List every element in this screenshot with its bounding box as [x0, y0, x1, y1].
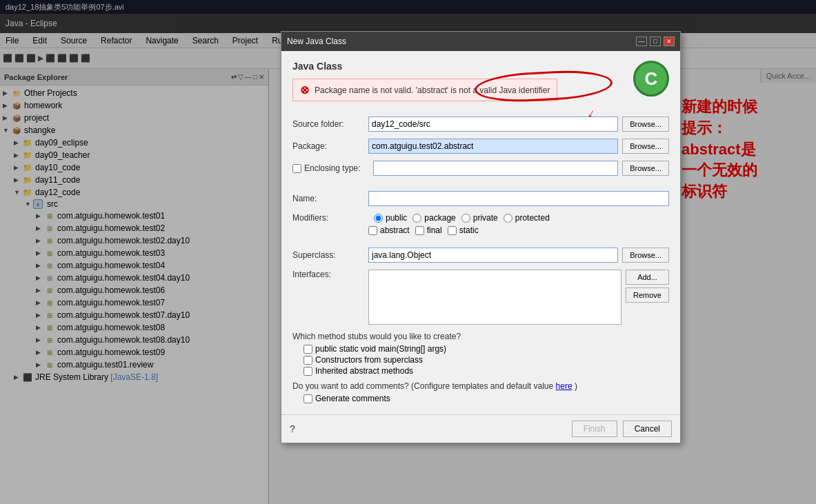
package-input[interactable]: [368, 139, 618, 154]
close-button[interactable]: ✕: [664, 37, 675, 46]
modifier-abstract-label: abstract: [380, 225, 410, 235]
stub-main-option: public static void main(String[] args): [292, 344, 669, 354]
modifiers-label: Modifiers:: [292, 213, 368, 223]
modifier-protected-label: protected: [515, 213, 550, 223]
stub-main-checkbox[interactable]: [303, 345, 312, 354]
dialog-content: Java Class ⊗ Package name is not valid. …: [281, 51, 680, 414]
source-folder-row: Source folder: Browse...: [292, 117, 669, 132]
dialog-section-title-container: Java Class ⊗ Package name is not valid. …: [292, 61, 557, 110]
interfaces-label: Interfaces:: [292, 270, 368, 279]
dialog-section-title: Java Class: [292, 61, 557, 72]
generate-comments-checkbox[interactable]: [303, 394, 312, 403]
modifier-public-option[interactable]: public: [374, 213, 407, 223]
maximize-button[interactable]: □: [650, 37, 661, 46]
name-label: Name:: [292, 194, 368, 203]
interfaces-remove-button[interactable]: Remove: [626, 288, 669, 303]
footer-buttons: Finish Cancel: [572, 421, 672, 437]
superclass-browse-button[interactable]: Browse...: [622, 248, 669, 263]
comments-here-link[interactable]: here: [556, 381, 573, 391]
finish-button[interactable]: Finish: [572, 421, 617, 437]
modifier-final-checkbox[interactable]: [415, 226, 424, 235]
interfaces-box: [368, 270, 621, 325]
stub-inherited-label: Inherited abstract methods: [315, 366, 413, 376]
name-row: Name:: [292, 191, 669, 206]
eclipse-logo: C: [633, 61, 669, 97]
superclass-label: Superclass:: [292, 250, 368, 260]
stub-inherited-checkbox[interactable]: [303, 367, 312, 376]
dialog-footer: ? Finish Cancel: [281, 414, 680, 443]
enclosing-type-row: Enclosing type: Browse...: [292, 161, 669, 176]
cancel-button[interactable]: Cancel: [623, 421, 672, 437]
modifier-protected-radio[interactable]: [504, 214, 513, 223]
stubs-section: Which method stubs would you like to cre…: [292, 332, 669, 376]
modifier-private-label: private: [473, 213, 498, 223]
modifier-protected-option[interactable]: protected: [504, 213, 550, 223]
error-icon: ⊗: [300, 83, 309, 97]
package-browse-button[interactable]: Browse...: [622, 139, 669, 154]
new-java-class-dialog: New Java Class — □ ✕ Java Class ⊗ Packag…: [281, 31, 681, 443]
name-input[interactable]: [368, 191, 669, 206]
generate-comments-label: Generate comments: [315, 394, 390, 403]
modifier-final-label: final: [427, 225, 442, 235]
generate-comments-option: Generate comments: [292, 394, 669, 403]
modifier-public-radio[interactable]: [374, 214, 383, 223]
modifier-final-option[interactable]: final: [415, 225, 442, 235]
modifier-static-option[interactable]: static: [448, 225, 479, 235]
stub-constructors-label: Constructors from superclass: [315, 355, 423, 365]
modifier-abstract-checkbox[interactable]: [368, 226, 377, 235]
modifier-private-radio[interactable]: [461, 214, 470, 223]
help-icon[interactable]: ?: [290, 423, 295, 434]
enclosing-type-input[interactable]: [373, 161, 618, 176]
dialog-overlay: New Java Class — □ ✕ Java Class ⊗ Packag…: [0, 0, 816, 504]
comments-section: Do you want to add comments? (Configure …: [292, 381, 669, 403]
stub-constructors-checkbox[interactable]: [303, 356, 312, 365]
modifier-private-option[interactable]: private: [461, 213, 498, 223]
enclosing-type-browse-button[interactable]: Browse...: [622, 161, 669, 176]
modifiers-row: Modifiers: public package private: [292, 213, 669, 241]
modifier-package-option[interactable]: package: [412, 213, 455, 223]
modifier-package-radio[interactable]: [412, 214, 421, 223]
window-controls: — □ ✕: [636, 37, 675, 46]
source-folder-browse-button[interactable]: Browse...: [622, 117, 669, 132]
error-banner: ⊗ Package name is not valid. 'abstract' …: [292, 79, 557, 101]
comments-title: Do you want to add comments? (Configure …: [292, 381, 669, 391]
stub-main-label: public static void main(String[] args): [315, 344, 446, 354]
enclosing-type-label: Enclosing type:: [304, 163, 373, 173]
dialog-title: New Java Class: [287, 37, 346, 46]
minimize-button[interactable]: —: [636, 37, 647, 46]
dialog-titlebar: New Java Class — □ ✕: [281, 32, 680, 51]
superclass-input[interactable]: [368, 248, 618, 263]
interfaces-add-button[interactable]: Add...: [626, 270, 669, 285]
source-folder-input[interactable]: [368, 117, 618, 132]
modifier-package-label: package: [424, 213, 455, 223]
stub-inherited-option: Inherited abstract methods: [292, 366, 669, 376]
modifier-public-label: public: [386, 213, 407, 223]
package-row: Package: Browse...: [292, 139, 669, 154]
source-folder-label: Source folder:: [292, 119, 368, 129]
stubs-title: Which method stubs would you like to cre…: [292, 332, 669, 341]
stub-constructors-option: Constructors from superclass: [292, 355, 669, 365]
interfaces-row: Interfaces: Add... Remove: [292, 270, 669, 325]
modifier-static-checkbox[interactable]: [448, 226, 457, 235]
modifier-abstract-option[interactable]: abstract: [368, 225, 410, 235]
modifier-static-label: static: [459, 225, 479, 235]
error-text: Package name is not valid. 'abstract' is…: [315, 85, 550, 95]
superclass-row: Superclass: Browse...: [292, 248, 669, 263]
enclosing-type-checkbox[interactable]: [292, 164, 301, 173]
package-label: Package:: [292, 141, 368, 151]
